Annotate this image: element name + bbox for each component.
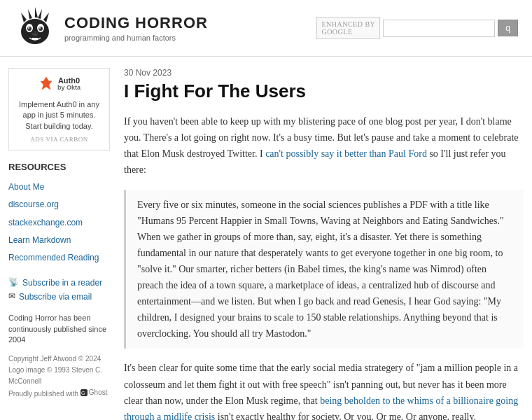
svg-point-15 (36, 32, 38, 34)
svg-point-14 (33, 32, 35, 34)
search-input[interactable] (383, 20, 495, 37)
post-paragraph-1: If you haven't been able to keep up with… (124, 113, 524, 178)
svg-rect-17 (35, 38, 38, 40)
site-title-block: CODING HORROR programming and human fact… (64, 14, 208, 42)
published-text: Proudly published with G Ghost (8, 387, 110, 400)
subscribe-reader-item: 📡 Subscribe in a reader (8, 277, 110, 288)
subscribe-email-link[interactable]: Subscribe via email (19, 292, 92, 302)
ad-box: Auth0 by Okta Implement Auth0 in any app… (8, 68, 110, 150)
svg-point-10 (38, 27, 43, 31)
ghost-icon: G (80, 389, 88, 396)
site-title: CODING HORROR (64, 14, 208, 32)
sidebar-footer: Copyright Jeff Atwood © 2024 Logo image … (8, 354, 110, 400)
logo-image-text: Logo image © 1993 Steven C. McConnell (8, 365, 110, 387)
subscribe-email-item: ✉ Subscribe via email (8, 291, 110, 302)
discourse-link[interactable]: discourse.org (8, 200, 59, 209)
list-item: discourse.org (8, 195, 110, 213)
main-content: 30 Nov 2023 I Fight For The Users If you… (124, 68, 524, 420)
resources-section: RESOURCES About Me discourse.org stackex… (8, 162, 110, 266)
rss-icon: 📡 (8, 277, 19, 288)
svg-point-9 (27, 27, 31, 31)
site-header: CODING HORROR programming and human fact… (0, 0, 532, 57)
stackexchange-link[interactable]: stackexchange.com (8, 218, 83, 227)
copyright-text: Copyright Jeff Atwood © 2024 (8, 354, 110, 365)
list-item: stackexchange.com (8, 214, 110, 231)
logo-area: CODING HORROR programming and human fact… (14, 7, 208, 49)
auth0-icon (38, 76, 55, 92)
billionaire-link[interactable]: being beholden to the whims of a billion… (124, 396, 518, 420)
sidebar: Auth0 by Okta Implement Auth0 in any app… (8, 68, 110, 420)
ads-label: ADS VIA CARBON (16, 136, 102, 143)
search-button[interactable]: q (498, 20, 518, 36)
about-me-link[interactable]: About Me (8, 182, 44, 192)
ad-text: Implement Auth0 in any app in just 5 min… (16, 99, 102, 132)
svg-rect-16 (32, 38, 35, 40)
list-item: About Me (8, 178, 110, 195)
blockquote-text: Every five or six minutes, someone in th… (137, 197, 512, 342)
search-area: ENHANCED BY Google q (316, 17, 518, 39)
post-paragraph-2: It's been clear for quite some time that… (124, 360, 524, 420)
ghost-link[interactable]: G Ghost (80, 390, 108, 398)
email-icon: ✉ (8, 291, 15, 302)
continuous-text: Coding Horror has been continuously publ… (8, 313, 110, 345)
svg-text:G: G (81, 391, 85, 396)
post-date: 30 Nov 2023 (124, 68, 524, 78)
post-title: I Fight For The Users (124, 80, 524, 102)
svg-point-12 (39, 27, 41, 29)
site-logo (14, 7, 56, 49)
svg-point-11 (28, 27, 29, 29)
site-tagline: programming and human factors (64, 34, 208, 42)
subscribe-section: 📡 Subscribe in a reader ✉ Subscribe via … (8, 277, 110, 302)
blockquote: Every five or six minutes, someone in th… (124, 190, 524, 349)
list-item: Learn Markdown (8, 231, 110, 248)
subscribe-reader-link[interactable]: Subscribe in a reader (22, 278, 102, 288)
resources-list: About Me discourse.org stackexchange.com… (8, 178, 110, 266)
search-label: ENHANCED BY Google (316, 17, 380, 39)
resources-title: RESOURCES (8, 162, 110, 172)
reading-link[interactable]: Recommended Reading (8, 253, 99, 262)
ad-logo: Auth0 by Okta (16, 76, 102, 95)
list-item: Recommended Reading (8, 248, 110, 266)
paul-ford-link[interactable]: can't possibly say it better than Paul F… (265, 148, 427, 159)
markdown-link[interactable]: Learn Markdown (8, 235, 71, 245)
main-layout: Auth0 by Okta Implement Auth0 in any app… (0, 57, 532, 420)
